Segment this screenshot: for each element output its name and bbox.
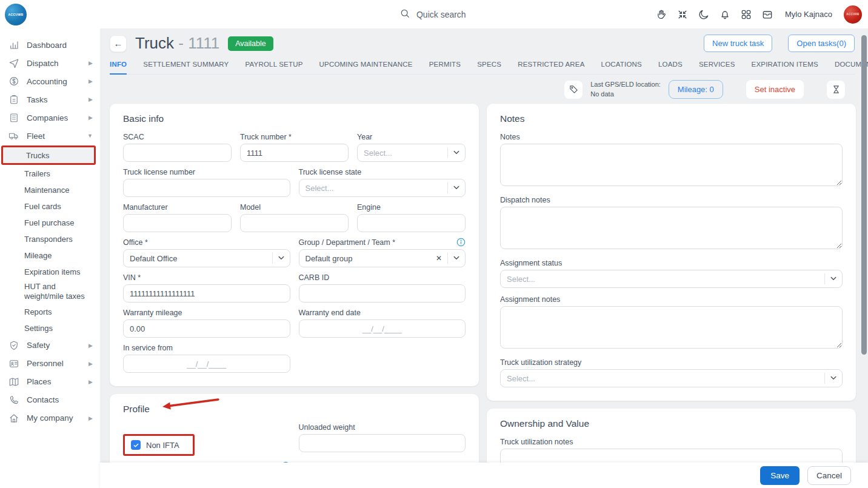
sidebar-item-mileage[interactable]: Mileage xyxy=(0,247,100,264)
tab-loads[interactable]: LOADS xyxy=(658,61,683,74)
truck-license-state-select[interactable]: Select... xyxy=(299,179,466,197)
sidebar-item-hut-taxes[interactable]: HUT and weight/mile taxes xyxy=(0,280,100,304)
non-ifta-label: Non IFTA xyxy=(146,441,179,450)
clear-icon[interactable]: ✕ xyxy=(430,254,447,262)
chevron-right-icon: ▶ xyxy=(88,60,93,66)
manufacturer-input[interactable] xyxy=(123,214,232,232)
app-logo[interactable]: ACCUWB xyxy=(5,4,27,25)
bell-icon[interactable] xyxy=(719,8,731,21)
carb-id-input[interactable] xyxy=(299,284,466,302)
sidebar-item-settings[interactable]: Settings xyxy=(0,320,100,336)
gps-location-value: No data xyxy=(590,90,661,99)
compress-icon[interactable] xyxy=(676,8,689,21)
assignment-status-select[interactable]: Select... xyxy=(500,270,843,288)
tab-settlement-summary[interactable]: SETTLEMENT SUMMARY xyxy=(143,61,229,74)
sidebar-item-trucks[interactable]: Trucks xyxy=(3,147,94,163)
cancel-button[interactable]: Cancel xyxy=(807,466,851,485)
user-name[interactable]: Mylo Kajnaco xyxy=(785,10,832,19)
sidebar-item-fleet[interactable]: Fleet ▼ xyxy=(0,127,100,145)
warranty-end-date-input[interactable] xyxy=(299,319,466,338)
back-arrow-icon: ← xyxy=(114,38,123,48)
avatar[interactable]: ACCURB xyxy=(844,5,862,24)
top-bar: ACCUWB Quick search Mylo Kajnaco ACCURB xyxy=(0,0,868,28)
tab-payroll-setup[interactable]: PAYROLL SETUP xyxy=(245,61,302,74)
save-button[interactable]: Save xyxy=(760,466,800,485)
chevron-down-icon xyxy=(453,182,460,193)
chevron-right-icon: ▶ xyxy=(88,343,93,349)
dispatch-notes-textarea[interactable] xyxy=(500,207,843,249)
assignment-notes-textarea[interactable] xyxy=(500,306,843,349)
tab-specs[interactable]: SPECS xyxy=(477,61,501,74)
year-select[interactable]: Select... xyxy=(357,144,466,162)
main-content: ← Truck - 1111 Available New truck task … xyxy=(100,28,868,488)
basic-info-title: Basic info xyxy=(123,113,466,124)
truck-utilization-strategy-select[interactable]: Select... xyxy=(500,369,843,387)
notes-title: Notes xyxy=(500,113,843,124)
hourglass-icon[interactable] xyxy=(827,81,845,99)
profile-title: Profile xyxy=(123,404,466,415)
truck-license-number-input[interactable] xyxy=(123,179,290,197)
footer-bar: Save Cancel xyxy=(100,463,868,488)
hand-icon[interactable] xyxy=(655,8,667,21)
quick-search[interactable]: Quick search xyxy=(399,8,466,21)
sidebar-item-reports[interactable]: Reports xyxy=(0,304,100,320)
sidebar-item-dashboard[interactable]: Dashboard xyxy=(0,36,100,54)
safety-icon xyxy=(8,340,19,351)
warranty-mileage-input[interactable] xyxy=(123,319,290,338)
office-select[interactable]: Default Office xyxy=(123,249,290,267)
unloaded-weight-input[interactable] xyxy=(299,434,466,452)
quick-search-label: Quick search xyxy=(416,10,466,19)
mileage-button[interactable]: Mileage: 0 xyxy=(669,80,723,99)
topbar-actions: Mylo Kajnaco ACCURB xyxy=(655,5,868,24)
sidebar-item-tasks[interactable]: Tasks ▶ xyxy=(0,90,100,109)
vin-input[interactable] xyxy=(123,284,290,302)
avatar-text: ACCURB xyxy=(846,13,859,16)
tag-icon[interactable] xyxy=(564,81,583,99)
sidebar-item-transponders[interactable]: Transponders xyxy=(0,231,100,247)
sidebar-item-trailers[interactable]: Trailers xyxy=(0,165,100,182)
chevron-down-icon xyxy=(830,273,837,284)
tab-services[interactable]: SERVICES xyxy=(699,61,735,74)
chevron-right-icon: ▶ xyxy=(88,115,93,121)
sidebar-item-fuel-cards[interactable]: Fuel cards xyxy=(0,198,100,215)
sidebar-item-my-company[interactable]: My company ▶ xyxy=(0,409,100,427)
moon-icon[interactable] xyxy=(698,8,710,21)
sidebar-item-expiration-items[interactable]: Expiration items xyxy=(0,264,100,280)
ownership-title: Ownership and Value xyxy=(500,418,843,429)
info-icon[interactable] xyxy=(456,238,466,247)
group-department-team-select[interactable]: Default group✕ xyxy=(299,249,466,267)
drawer-icon[interactable] xyxy=(761,8,773,21)
non-ifta-checkbox[interactable] xyxy=(131,440,141,450)
open-tasks-button[interactable]: Open tasks(0) xyxy=(788,35,855,52)
tab-expiration-items[interactable]: EXPIRATION ITEMS xyxy=(752,61,818,74)
apps-grid-icon[interactable] xyxy=(740,8,752,21)
engine-input[interactable] xyxy=(357,214,466,232)
sidebar-item-dispatch[interactable]: Dispatch ▶ xyxy=(0,54,100,72)
tasks-icon xyxy=(8,94,19,105)
sidebar-item-fuel-purchase[interactable]: Fuel purchase xyxy=(0,215,100,231)
tab-bar: INFO SETTLEMENT SUMMARY PAYROLL SETUP UP… xyxy=(110,61,855,75)
vertical-scrollbar[interactable] xyxy=(861,35,867,355)
gps-location-text: Last GPS/ELD location: No data xyxy=(590,80,661,99)
tab-permits[interactable]: PERMITS xyxy=(429,61,461,74)
new-truck-task-button[interactable]: New truck task xyxy=(704,35,772,52)
truck-number-input[interactable] xyxy=(240,144,349,162)
tab-upcoming-maintenance[interactable]: UPCOMING MAINTENANCE xyxy=(319,61,413,74)
sidebar-item-maintenance[interactable]: Maintenance xyxy=(0,182,100,198)
tab-info[interactable]: INFO xyxy=(110,61,127,75)
sidebar-item-safety[interactable]: Safety ▶ xyxy=(0,336,100,355)
sidebar-item-personnel[interactable]: Personnel ▶ xyxy=(0,355,100,373)
sidebar-item-places[interactable]: Places ▶ xyxy=(0,373,100,391)
in-service-from-input[interactable] xyxy=(123,355,290,373)
tab-locations[interactable]: LOCATIONS xyxy=(601,61,642,74)
model-input[interactable] xyxy=(240,214,349,232)
tab-restricted-area[interactable]: RESTRICTED AREA xyxy=(518,61,584,74)
contacts-icon xyxy=(8,395,19,406)
sidebar-item-companies[interactable]: Companies ▶ xyxy=(0,109,100,127)
sidebar-item-contacts[interactable]: Contacts xyxy=(0,391,100,409)
scac-input[interactable] xyxy=(123,144,232,162)
notes-textarea[interactable] xyxy=(500,144,843,186)
sidebar-item-accounting[interactable]: Accounting ▶ xyxy=(0,72,100,90)
back-button[interactable]: ← xyxy=(110,35,127,52)
set-inactive-button[interactable]: Set inactive xyxy=(746,80,804,99)
